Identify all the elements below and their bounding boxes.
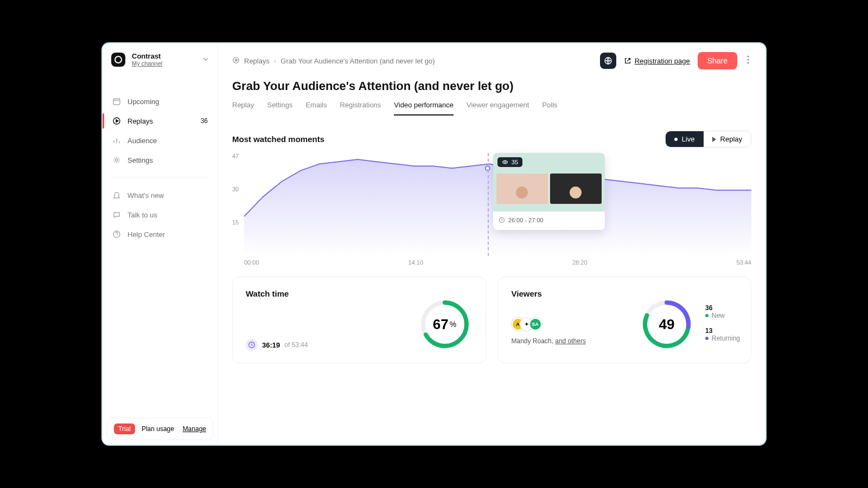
- svg-point-10: [505, 162, 506, 163]
- plan-usage-card: Trial Plan usage Manage: [107, 418, 213, 440]
- tab-registrations[interactable]: Registrations: [340, 98, 381, 115]
- page-title: Grab Your Audience's Attention (and neve…: [218, 72, 765, 98]
- tab-settings[interactable]: Settings: [267, 98, 292, 115]
- chart-marker: [488, 153, 489, 256]
- play-icon: [712, 137, 716, 142]
- play-circle-icon: [112, 117, 121, 125]
- sidebar-item-label: Audience: [127, 137, 157, 145]
- viewer-avatars: A ✦ SA: [512, 318, 738, 331]
- tab-polls[interactable]: Polls: [542, 98, 557, 115]
- toggle-replay[interactable]: Replay: [704, 131, 751, 147]
- calendar-icon: [112, 97, 121, 106]
- tab-viewer-engagement[interactable]: Viewer engagement: [467, 98, 529, 115]
- chart-tooltip: 35 26:00 - 27:00: [493, 153, 605, 230]
- svg-rect-0: [113, 99, 120, 105]
- sidebar-item-label: Replays: [127, 117, 153, 125]
- tab-replay[interactable]: Replay: [232, 98, 254, 115]
- sidebar-item-label: Settings: [127, 156, 153, 164]
- watched-time: 36:19: [262, 341, 280, 349]
- card-title: Viewers: [512, 289, 738, 298]
- brand-logo-icon: [111, 53, 125, 67]
- sidebar-item-label: What's new: [127, 191, 164, 200]
- watch-time-card: Watch time 67% 36:19 of 53:44: [232, 277, 486, 363]
- viewers-legend: 36 New 13 Returning: [705, 304, 740, 350]
- svg-point-2: [116, 159, 118, 161]
- external-link-icon: [624, 57, 631, 65]
- sidebar-item-talk-to-us[interactable]: Talk to us: [103, 205, 218, 224]
- sidebar-item-audience[interactable]: Audience: [103, 131, 218, 150]
- toggle-live[interactable]: Live: [666, 131, 704, 147]
- tabs: ReplaySettingsEmailsRegistrationsVideo p…: [218, 98, 765, 115]
- nav-divider: [112, 177, 208, 178]
- live-replay-toggle: Live Replay: [665, 131, 751, 147]
- tooltip-thumbnail: [550, 174, 602, 204]
- breadcrumb-leaf: Grab Your Audience's Attention (and neve…: [280, 57, 435, 65]
- viewers-card: Viewers A ✦ SA Mandy Roach, and others: [498, 277, 752, 363]
- main-content: Replays › Grab Your Audience's Attention…: [218, 43, 765, 445]
- brand-name: Contrast: [132, 52, 162, 60]
- sidebar-item-badge: 36: [201, 117, 208, 125]
- tab-video-performance[interactable]: Video performance: [394, 98, 454, 115]
- sidebar-item-replays[interactable]: Replays 36: [103, 111, 218, 131]
- sidebar-item-upcoming[interactable]: Upcoming: [103, 92, 218, 111]
- card-title: Watch time: [246, 289, 473, 298]
- watch-time-ring: 67%: [420, 300, 469, 349]
- bars-icon: [112, 136, 121, 145]
- and-others-link[interactable]: and others: [555, 337, 586, 345]
- bell-icon: [112, 191, 121, 200]
- live-dot-icon: [674, 138, 678, 141]
- sidebar-item-label: Help Center: [127, 230, 165, 239]
- avatar: SA: [529, 318, 542, 331]
- tooltip-time-range: 26:00 - 27:00: [493, 211, 605, 230]
- clock-icon: [246, 339, 258, 351]
- play-circle-icon: [232, 56, 240, 66]
- help-icon: [112, 230, 121, 239]
- section-title: Most watched moments: [232, 134, 324, 144]
- more-menu-button[interactable]: [745, 55, 751, 66]
- eye-icon: [502, 159, 508, 165]
- registration-page-link[interactable]: Registration page: [624, 57, 690, 65]
- primary-nav: Upcoming Replays 36 Audience Settings: [103, 72, 218, 244]
- plan-usage-label: Plan usage: [142, 425, 174, 433]
- chart-x-axis: 00:00 14:10 28:20 53:44: [244, 259, 751, 266]
- svg-point-6: [748, 56, 749, 57]
- viewers-names: Mandy Roach, and others: [512, 337, 738, 345]
- topbar: Replays › Grab Your Audience's Attention…: [218, 43, 765, 72]
- sidebar-item-whats-new[interactable]: What's new: [103, 185, 218, 205]
- sidebar-item-settings[interactable]: Settings: [103, 150, 218, 170]
- breadcrumb: Replays › Grab Your Audience's Attention…: [232, 56, 435, 66]
- chat-icon: [112, 210, 121, 219]
- chart-y-axis: 47 30 15: [232, 153, 239, 252]
- sidebar-item-help-center[interactable]: Help Center: [103, 224, 218, 244]
- tooltip-thumbnail: [496, 174, 548, 204]
- chevron-right-icon: ›: [274, 57, 276, 65]
- trial-badge: Trial: [114, 423, 135, 434]
- tooltip-views: 35: [497, 157, 522, 167]
- sidebar-item-label: Upcoming: [127, 98, 159, 106]
- viewers-total: 49: [642, 300, 691, 349]
- tab-emails[interactable]: Emails: [305, 98, 327, 115]
- globe-button[interactable]: [600, 53, 616, 69]
- gear-icon: [112, 156, 121, 164]
- clock-icon: [499, 217, 505, 223]
- breadcrumb-root[interactable]: Replays: [244, 57, 270, 65]
- viewers-chart: 47 30 15: [218, 153, 765, 266]
- svg-point-8: [748, 62, 749, 64]
- share-button[interactable]: Share: [698, 52, 737, 69]
- chevron-down-icon: [202, 55, 209, 65]
- sidebar-item-label: Talk to us: [127, 211, 157, 219]
- manage-plan-link[interactable]: Manage: [183, 425, 206, 433]
- svg-point-7: [748, 59, 749, 61]
- sidebar: Contrast My channel Upcoming Replays 36: [103, 43, 218, 445]
- workspace-switcher[interactable]: Contrast My channel: [103, 43, 218, 72]
- brand-subtitle[interactable]: My channel: [132, 60, 162, 67]
- viewers-ring: 49: [642, 300, 691, 349]
